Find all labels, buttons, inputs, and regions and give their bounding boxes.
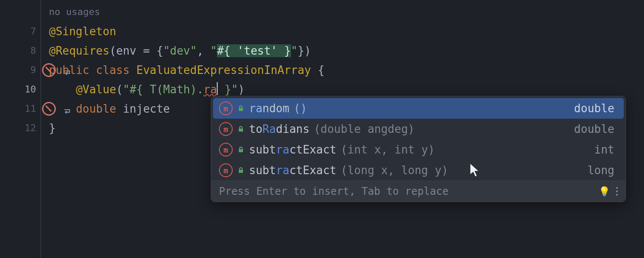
- completion-item[interactable]: m toRadians(double angdeg) double: [213, 119, 624, 139]
- gutter: 7 8 9 10 11 12: [0, 0, 41, 258]
- inlay-hint: no usages: [49, 6, 100, 17]
- svg-rect-3: [239, 170, 243, 173]
- lock-icon: [237, 125, 245, 133]
- evaluated-expression-highlight: #{ 'test' }: [217, 44, 291, 57]
- line-number: 8: [30, 45, 36, 56]
- typed-text: ra: [204, 83, 217, 96]
- line-number: 12: [25, 123, 36, 133]
- more-icon[interactable]: [616, 187, 618, 196]
- completion-return-type: double: [574, 102, 614, 115]
- line-number: 9: [30, 64, 36, 75]
- code-editor[interactable]: 7 8 9 10 11 12 no usages @Singleton @Req…: [0, 0, 644, 258]
- completion-hint-bar: Press Enter to insert, Tab to replace 💡: [211, 181, 626, 202]
- svg-rect-1: [239, 129, 243, 132]
- annotation-singleton: @Singleton: [49, 25, 116, 38]
- completion-label: toRadians: [249, 123, 310, 135]
- line-number: 11: [25, 103, 36, 114]
- lock-icon: [237, 146, 245, 154]
- completion-item[interactable]: m subtractExact(long x, long y) long: [213, 160, 624, 181]
- completion-label: subtractExact: [249, 143, 337, 156]
- completion-item[interactable]: m subtractExact(int x, int y) int: [213, 139, 624, 160]
- method-icon: m: [219, 122, 233, 136]
- completion-label: subtractExact: [249, 164, 337, 177]
- completion-return-type: double: [574, 123, 614, 135]
- bulb-icon[interactable]: 💡: [598, 186, 610, 197]
- completion-hint-text: Press Enter to insert, Tab to replace: [219, 185, 449, 197]
- lock-icon: [237, 166, 245, 174]
- completion-popup[interactable]: m random() double m toRadians(double ang…: [211, 96, 626, 202]
- completion-return-type: int: [594, 143, 614, 156]
- line-number: 7: [30, 26, 36, 37]
- code-area[interactable]: no usages @Singleton @Requires(env = {"d…: [41, 0, 644, 258]
- lock-icon: [237, 104, 245, 112]
- method-icon: m: [219, 163, 233, 177]
- line-number: 10: [25, 84, 36, 95]
- completion-label: random: [249, 102, 289, 115]
- method-icon: m: [219, 143, 233, 157]
- annotation-requires: @Requires: [49, 44, 109, 57]
- completion-item[interactable]: m random() double: [213, 98, 624, 119]
- svg-rect-2: [239, 149, 243, 152]
- annotation-value: @Value: [76, 83, 116, 96]
- method-icon: m: [219, 101, 233, 115]
- svg-rect-0: [239, 108, 243, 111]
- class-name: EvaluatedExpressionInArray: [137, 64, 311, 77]
- completion-return-type: long: [587, 164, 614, 177]
